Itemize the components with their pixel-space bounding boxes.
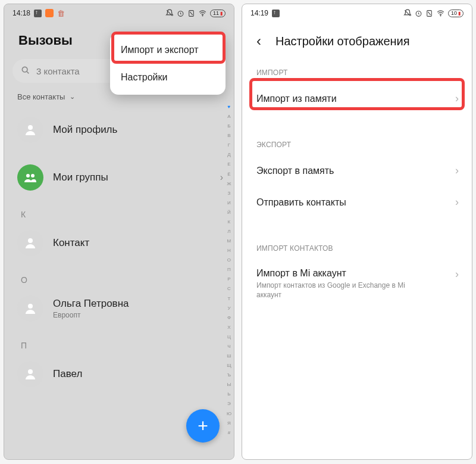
section-header-import: ИМПОРТ	[242, 58, 472, 83]
contact-row[interactable]: Контакт	[4, 219, 234, 267]
dnd-icon	[403, 9, 412, 17]
phone-left: 14:18 🗑 11▮ Вызовы 3	[4, 4, 234, 460]
chevron-right-icon: ›	[455, 268, 459, 281]
wifi-icon	[198, 10, 207, 17]
avatar-icon	[17, 230, 43, 256]
my-groups-row[interactable]: Мои группы ›	[4, 154, 234, 201]
avatar-icon	[17, 117, 43, 143]
trash-icon: 🗑	[57, 9, 65, 18]
wifi-icon	[436, 10, 445, 17]
status-bar: 14:19 10▮	[242, 4, 472, 20]
page-title: Настройки отображения	[273, 35, 464, 48]
section-header-o: О	[4, 267, 234, 285]
chevron-down-icon: ⌄	[70, 93, 75, 101]
overflow-menu: Импорт и экспорт Настройки	[110, 33, 226, 95]
battery-icon: 11▮	[210, 10, 226, 17]
menu-import-export[interactable]: Импорт и экспорт	[110, 36, 226, 64]
app-icon	[45, 9, 54, 17]
svg-point-3	[22, 67, 27, 72]
contact-row[interactable]: Ольга Петровна Евроопт	[4, 285, 234, 332]
section-header-export: ЭКСПОРТ	[242, 130, 472, 155]
svg-point-12	[440, 15, 441, 15]
chevron-right-icon: ›	[455, 164, 459, 177]
alpha-index[interactable]: ♥АБВГДЕЁЖЗИЙКЛМНОПРСТУФХЦЧШЩЪЫЬЭЮЯ#	[227, 104, 231, 435]
nosim-icon	[187, 10, 195, 17]
section-header-p: П	[4, 332, 234, 350]
search-placeholder: 3 контакта	[36, 66, 80, 76]
upload-icon	[34, 10, 42, 17]
avatar-icon	[17, 295, 43, 322]
svg-point-5	[26, 174, 30, 177]
svg-point-6	[31, 174, 35, 177]
export-to-storage-row[interactable]: Экспорт в память ›	[242, 155, 472, 186]
section-header-import-contacts: ИМПОРТ КОНТАКТОВ	[242, 233, 472, 259]
svg-point-2	[202, 15, 203, 15]
nosim-icon	[425, 10, 433, 17]
upload-icon	[272, 10, 280, 17]
page-header: ‹ Настройки отображения	[242, 20, 472, 58]
status-time: 14:19	[250, 9, 268, 17]
alarm-icon	[177, 10, 184, 17]
contact-row[interactable]: Павел	[4, 350, 234, 387]
svg-point-9	[28, 369, 33, 374]
search-icon	[21, 66, 30, 77]
section-header-k: К	[4, 201, 234, 219]
alarm-icon	[415, 10, 422, 17]
chevron-right-icon: ›	[220, 172, 223, 183]
status-bar: 14:18 🗑 11▮	[4, 4, 234, 20]
import-mi-account-row[interactable]: Импорт в Mi аккаунт Импорт контактов из …	[242, 259, 472, 309]
groups-icon	[17, 164, 43, 191]
add-contact-fab[interactable]: +	[186, 409, 220, 443]
battery-icon: 10▮	[448, 10, 464, 17]
share-contacts-row[interactable]: Отправить контакты ›	[242, 186, 472, 218]
svg-point-7	[28, 238, 33, 243]
svg-point-8	[28, 304, 33, 309]
my-profile-row[interactable]: Мой профиль	[4, 106, 234, 154]
dnd-icon	[165, 9, 174, 17]
back-button[interactable]: ‹	[250, 33, 267, 49]
chevron-right-icon: ›	[455, 92, 459, 105]
menu-settings[interactable]: Настройки	[110, 64, 226, 91]
status-time: 14:18	[12, 9, 30, 17]
chevron-right-icon: ›	[455, 196, 459, 208]
phone-right: 14:19 10▮ ‹ Настройки отображения ИМПОРТ…	[242, 4, 472, 460]
import-from-storage-row[interactable]: Импорт из памяти ›	[242, 83, 472, 114]
svg-point-4	[28, 125, 33, 130]
avatar-icon	[17, 361, 43, 387]
